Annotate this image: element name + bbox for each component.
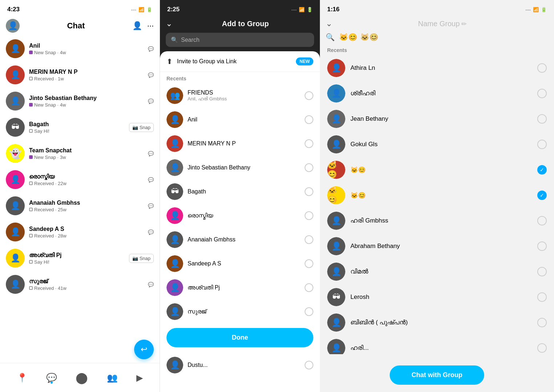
chat-item-sandeep[interactable]: 👤 Sandeep A S Received · 28w 💬 <box>0 219 160 245</box>
rp-srihari-avatar: 👤 <box>327 84 345 103</box>
modal-item-aswathi[interactable]: 👤 അശ്വതി Pj <box>160 276 320 300</box>
rp-athira-check[interactable] <box>537 63 547 73</box>
chat-item-aswathi[interactable]: 👤 അശ്വതി Pj Say Hi! 📷 Snap <box>0 245 160 271</box>
modal-item-ananaiah[interactable]: 👤 Ananaiah Gmbhss <box>160 228 320 252</box>
rp-hari-check[interactable] <box>537 216 547 225</box>
modal-item-jinto[interactable]: 👤 Jinto Sebastian Bethany <box>160 156 320 180</box>
right-back-button[interactable]: ⌄ <box>326 19 332 28</box>
rp-srihari-check[interactable] <box>537 89 547 98</box>
chat-item-merin[interactable]: 👤 MERIN MARY N P Received · 1w 💬 <box>0 62 160 88</box>
chat-item-bagath[interactable]: 🕶 Bagath Say Hi! 📷 Snap <box>0 114 160 140</box>
modal-suraj-name: സുരജ് <box>188 308 300 315</box>
modal-bagath-avatar: 🕶 <box>166 183 183 200</box>
user-avatar[interactable]: 👤 <box>6 19 20 33</box>
rp-item-hari[interactable]: 👤 ഹരി Gmbhss <box>320 208 554 233</box>
right-bottom-bar: Chat with Group <box>320 361 554 392</box>
modal-sandeep-name: Sandeep A S <box>188 260 300 267</box>
nav-camera[interactable]: ⬤ <box>76 371 88 384</box>
rp-item-athira[interactable]: 👤 Athira Ln <box>320 55 554 81</box>
ananaiah-status-dot <box>29 208 33 211</box>
rp-item-jean[interactable]: 👤 Jean Bethany <box>320 106 554 132</box>
modal-item-sandeep[interactable]: 👤 Sandeep A S <box>160 252 320 276</box>
rp-item-srihari[interactable]: 👤 ശ്രീഹരി <box>320 81 554 106</box>
anil-name: Anil <box>29 43 144 49</box>
add-friend-button[interactable]: 👤 <box>132 21 142 31</box>
sandeep-status: Received · 28w <box>29 233 144 239</box>
modal-ros-radio[interactable] <box>305 211 313 220</box>
friends-group-radio[interactable] <box>305 91 313 100</box>
nav-chat[interactable]: 💬 <box>46 373 57 383</box>
chat-item-suraj[interactable]: 👤 സുരജ് Received · 41w 💬 <box>0 271 160 297</box>
rp-gokul-check[interactable] <box>537 140 547 149</box>
modal-merin-radio[interactable] <box>305 139 313 148</box>
emoji-filter-2[interactable]: 🐱😊 <box>360 33 378 41</box>
emoji-filter-1[interactable]: 🐱😊 <box>339 33 357 41</box>
rp-emoji2-check[interactable]: ✓ <box>537 191 547 200</box>
modal-aswathi-radio[interactable] <box>305 283 313 292</box>
compose-icon: ↩ <box>141 345 147 354</box>
chat-with-group-button[interactable]: Chat with Group <box>390 365 484 385</box>
rp-item-lerosh[interactable]: 🕶 Lerosh <box>320 284 554 310</box>
rp-lerosh-name: Lerosh <box>350 293 532 301</box>
nav-friends[interactable]: 👥 <box>107 373 118 383</box>
modal-item-ros[interactable]: 👤 രൊസ്മിയ <box>160 204 320 228</box>
more-options-button[interactable]: ··· <box>147 21 154 31</box>
modal-suraj-radio[interactable] <box>305 307 313 316</box>
modal-bagath-radio[interactable] <box>305 187 313 196</box>
invite-to-group-row[interactable]: ⬆ Invite to Group via Link NEW <box>160 51 320 72</box>
modal-jinto-radio[interactable] <box>305 163 313 172</box>
modal-dustin-radio[interactable] <box>305 361 313 369</box>
compose-fab[interactable]: ↩ <box>134 340 154 359</box>
team-snapchat-status: New Snap · 3w <box>29 155 144 160</box>
aswathi-snap-button[interactable]: 📷 Snap <box>129 254 154 263</box>
nav-map[interactable]: 📍 <box>17 373 28 383</box>
rp-lerosh-check[interactable] <box>537 292 547 302</box>
modal-item-friends[interactable]: 👥 FRIENDS Anil, ഹരി Gmbhss <box>160 84 320 108</box>
right-search-icon[interactable]: 🔍 <box>326 33 335 41</box>
modal-title: Add to Group <box>177 20 314 28</box>
nav-stories[interactable]: ▶ <box>136 373 143 383</box>
modal-dustin-avatar: 👤 <box>166 357 183 373</box>
anil-avatar: 👤 <box>6 39 25 58</box>
chat-item-ros[interactable]: 👤 രൊസ്മിയ Received · 22w 💬 <box>0 167 160 193</box>
modal-ananaiah-radio[interactable] <box>305 235 313 244</box>
camera-icon-2: 📷 <box>132 256 138 261</box>
modal-item-suraj[interactable]: 👤 സുരജ് <box>160 300 320 324</box>
modal-aswathi-avatar: 👤 <box>166 279 183 296</box>
modal-card: ⬆ Invite to Group via Link NEW Recents 👥… <box>160 51 320 392</box>
edit-group-name-icon[interactable]: ✏ <box>461 20 467 28</box>
rp-jean-check[interactable] <box>537 114 547 124</box>
modal-search-bar[interactable]: 🔍 Search <box>166 33 314 47</box>
modal-item-merin[interactable]: 👤 MERIN MARY N P <box>160 132 320 156</box>
rp-hari2-check[interactable] <box>537 343 547 353</box>
new-badge: NEW <box>296 57 313 65</box>
rp-item-gokul[interactable]: 👤 Gokul Gls <box>320 132 554 157</box>
rp-abraham-check[interactable] <box>537 241 547 251</box>
rp-item-hari2[interactable]: 👤 ഹരി... <box>320 335 554 354</box>
done-button[interactable]: Done <box>166 328 313 347</box>
modal-item-anil[interactable]: 👤 Anil <box>160 108 320 132</box>
rp-item-emoji2[interactable]: 🐱😊 🐱😊 ✓ <box>320 183 554 208</box>
modal-sandeep-radio[interactable] <box>305 259 313 268</box>
modal-back-button[interactable]: ⌄ <box>166 19 172 28</box>
bagath-snap-button[interactable]: 📷 Snap <box>129 123 154 132</box>
ananaiah-name: Ananaiah Gmbhss <box>29 200 144 206</box>
chat-item-ananaiah[interactable]: 👤 Ananaiah Gmbhss Received · 25w 💬 <box>0 193 160 219</box>
chat-item-jinto[interactable]: 👤 Jinto Sebastian Bethany New Snap · 4w … <box>0 88 160 114</box>
rp-bibin-check[interactable] <box>537 318 547 327</box>
rp-item-abraham[interactable]: 👤 Abraham Bethany <box>320 233 554 259</box>
modal-dustin-name: Dustu... <box>188 362 300 368</box>
chat-item-anil[interactable]: 👤 Anil New Snap · 4w 💬 <box>0 36 160 62</box>
modal-item-bagath[interactable]: 🕶 Bagath <box>160 180 320 204</box>
chat-item-team-snapchat[interactable]: 👻 Team Snapchat New Snap · 3w 💬 <box>0 140 160 167</box>
rp-vimal-check[interactable] <box>537 267 547 276</box>
rp-item-bibin[interactable]: 👤 ബിബിൻ ( പുഷ്പൻ) <box>320 310 554 335</box>
modal-item-dustin[interactable]: 👤 Dustu... <box>160 353 320 377</box>
r-wifi-icon: 📶 <box>533 7 539 12</box>
rp-emoji1-check[interactable]: ✓ <box>537 165 547 175</box>
aswathi-status-dot <box>29 260 33 264</box>
modal-anil-radio[interactable] <box>305 115 313 124</box>
modal-suraj-avatar: 👤 <box>166 303 183 320</box>
rp-item-emoji1[interactable]: 🐱😊 🐱😊 ✓ <box>320 157 554 183</box>
rp-item-vimal[interactable]: 👤 വിമൽ <box>320 259 554 284</box>
